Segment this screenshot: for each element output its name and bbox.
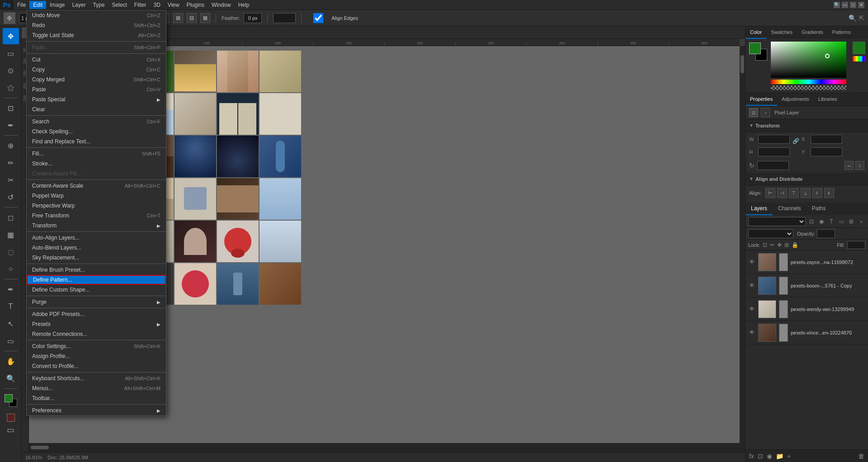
- menu-presets[interactable]: Presets ▶: [27, 319, 166, 329]
- filter-toggle-btn[interactable]: ●: [857, 217, 865, 226]
- vertical-scrollbar[interactable]: [740, 46, 745, 452]
- expand-icon[interactable]: ⇱: [859, 14, 864, 22]
- menu-free-transform[interactable]: Free Transform Ctrl+T: [27, 211, 166, 221]
- tab-channels[interactable]: Channels: [773, 203, 807, 215]
- lock-artboard-icon[interactable]: ⊞: [784, 242, 789, 248]
- filter-pixel-btn[interactable]: ⊡: [807, 217, 816, 226]
- new-layer-icon[interactable]: +: [787, 453, 791, 460]
- tab-properties[interactable]: Properties: [745, 93, 777, 106]
- menu-paste[interactable]: Paste Ctrl+V: [27, 85, 166, 94]
- minimize-btn[interactable]: —: [842, 2, 848, 8]
- delete-layer-icon[interactable]: 🗑: [858, 453, 864, 460]
- fg-color-swatch[interactable]: [749, 42, 761, 54]
- flip-v-btn[interactable]: ↕: [855, 161, 864, 170]
- menu-stroke[interactable]: Stroke...: [27, 159, 166, 169]
- menu-auto-align[interactable]: Auto-Align Layers...: [27, 233, 166, 243]
- pen-tool[interactable]: ✒: [3, 281, 19, 297]
- filter-adjust-btn[interactable]: ◉: [817, 217, 826, 226]
- menu-file[interactable]: File: [14, 1, 29, 9]
- menu-image[interactable]: Image: [46, 1, 68, 9]
- selection-mode-sub[interactable]: ⊟: [187, 13, 197, 23]
- menu-edit[interactable]: Edit: [29, 1, 46, 9]
- menu-3d[interactable]: 3D: [150, 1, 164, 9]
- lock-transparent-icon[interactable]: ⊡: [763, 242, 767, 248]
- selection-mode-add[interactable]: ⊞: [173, 13, 183, 23]
- menu-menus[interactable]: Menus... Alt+Shift+Ctrl+M: [27, 383, 166, 393]
- menu-define-custom-shape[interactable]: Define Custom Shape...: [27, 285, 166, 295]
- layer-3-visibility[interactable]: 👁: [748, 329, 755, 336]
- menu-undo-move[interactable]: Undo Move Ctrl+Z: [27, 10, 166, 20]
- menu-perspective-warp[interactable]: Perspective Warp: [27, 201, 166, 211]
- menu-pdf-presets[interactable]: Adobe PDF Presets...: [27, 309, 166, 319]
- menu-cut[interactable]: Cut Ctrl+X: [27, 55, 166, 65]
- magic-wand-tool[interactable]: ⚝: [3, 80, 19, 96]
- layer-2-visibility[interactable]: 👁: [748, 306, 755, 313]
- hand-tool[interactable]: ✋: [3, 353, 19, 369]
- menu-redo[interactable]: Redo Shift+Ctrl+Z: [27, 20, 166, 30]
- x-prop-input[interactable]: 0 px: [811, 135, 842, 144]
- eyedropper-tool[interactable]: ✒: [3, 117, 19, 133]
- menu-select[interactable]: Select: [108, 1, 130, 9]
- menu-clear[interactable]: Clear: [27, 104, 166, 114]
- blend-mode-select[interactable]: Normal: [748, 229, 793, 238]
- crop-tool[interactable]: ⊡: [3, 100, 19, 116]
- shape-tool[interactable]: ▭: [3, 333, 19, 349]
- menu-check-spelling[interactable]: Check Spelling...: [27, 127, 166, 137]
- h-prop-input[interactable]: 114 px: [758, 147, 790, 156]
- close-btn[interactable]: ✕: [858, 2, 864, 8]
- menu-remote-connections[interactable]: Remote Connections...: [27, 329, 166, 339]
- align-center-v-btn[interactable]: ⊦: [812, 188, 822, 198]
- menu-convert-profile[interactable]: Convert to Profile...: [27, 361, 166, 371]
- path-selection-tool[interactable]: ↖: [3, 316, 19, 332]
- history-brush-tool[interactable]: ↺: [3, 189, 19, 205]
- menu-define-brush[interactable]: Define Brush Preset...: [27, 265, 166, 275]
- align-top-btn[interactable]: ⊥: [801, 188, 811, 198]
- lock-paint-icon[interactable]: ✏: [770, 242, 774, 248]
- align-distribute-header[interactable]: ▼ Align and Distribute: [745, 173, 868, 185]
- feather-input[interactable]: [244, 13, 262, 23]
- layer-item-2[interactable]: 👁 pexels-wendy-wei-13299949: [745, 297, 868, 321]
- add-style-icon[interactable]: fx: [749, 453, 754, 460]
- menu-toolbar[interactable]: Toolbar...: [27, 393, 166, 403]
- menu-transform[interactable]: Transform ▶: [27, 221, 166, 231]
- link-wh-transform-icon[interactable]: 🔗: [793, 135, 799, 147]
- menu-define-pattern[interactable]: Define Pattern...: [27, 275, 166, 285]
- h-scrollbar-thumb[interactable]: [31, 446, 49, 449]
- layer-item-3[interactable]: 👁 pexels-vince...en-10224870: [745, 321, 868, 344]
- menu-auto-blend[interactable]: Auto-Blend Layers...: [27, 243, 166, 253]
- move-tool[interactable]: ✥: [3, 28, 19, 44]
- layer-0-visibility[interactable]: 👁: [748, 259, 755, 266]
- menu-toggle-last-state[interactable]: Toggle Last State Alt+Ctrl+Z: [27, 30, 166, 40]
- v-scrollbar-thumb[interactable]: [741, 55, 744, 73]
- kind-filter-select[interactable]: Kind: [748, 217, 806, 226]
- edit-menu-dropdown[interactable]: Undo Move Ctrl+Z Redo Shift+Ctrl+Z Toggl…: [26, 10, 166, 416]
- maximize-btn[interactable]: □: [850, 2, 856, 8]
- horizontal-scrollbar[interactable]: [29, 443, 740, 452]
- menu-plugins[interactable]: Plugins: [183, 1, 208, 9]
- search-btn[interactable]: 🔍: [834, 2, 840, 8]
- align-bottom-btn[interactable]: ⊧: [824, 188, 834, 198]
- quick-mask-btn[interactable]: [3, 411, 19, 424]
- menu-preferences[interactable]: Preferences ▶: [27, 405, 166, 415]
- healing-tool[interactable]: ⊕: [3, 137, 19, 154]
- menu-window[interactable]: Window: [208, 1, 235, 9]
- foreground-color[interactable]: [5, 394, 13, 402]
- selection-mode-inter[interactable]: ⊠: [200, 13, 210, 23]
- marquee-tool[interactable]: ▭: [3, 45, 19, 61]
- search-panel-icon[interactable]: 🔍: [849, 14, 856, 22]
- menu-puppet-warp[interactable]: Puppet Warp: [27, 191, 166, 201]
- add-adjustment-icon[interactable]: ◉: [767, 453, 772, 460]
- menu-sky-replacement[interactable]: Sky Replacement...: [27, 253, 166, 263]
- menu-type[interactable]: Type: [89, 1, 108, 9]
- menu-ca-scale[interactable]: Content-Aware Scale Alt+Shift+Ctrl+C: [27, 181, 166, 191]
- tab-libraries[interactable]: Libraries: [814, 93, 842, 106]
- align-left-btn[interactable]: ⊢: [765, 188, 775, 198]
- lock-all-icon[interactable]: 🔒: [792, 242, 798, 248]
- brush-tool[interactable]: ✏: [3, 155, 19, 171]
- eraser-tool[interactable]: ◻: [3, 209, 19, 226]
- clone-stamp-tool[interactable]: ✂: [3, 172, 19, 188]
- tab-gradients[interactable]: Gradients: [797, 26, 828, 39]
- menu-assign-profile[interactable]: Assign Profile...: [27, 351, 166, 361]
- menu-help[interactable]: Help: [235, 1, 253, 9]
- transform-header[interactable]: ▼ Transform: [745, 119, 868, 132]
